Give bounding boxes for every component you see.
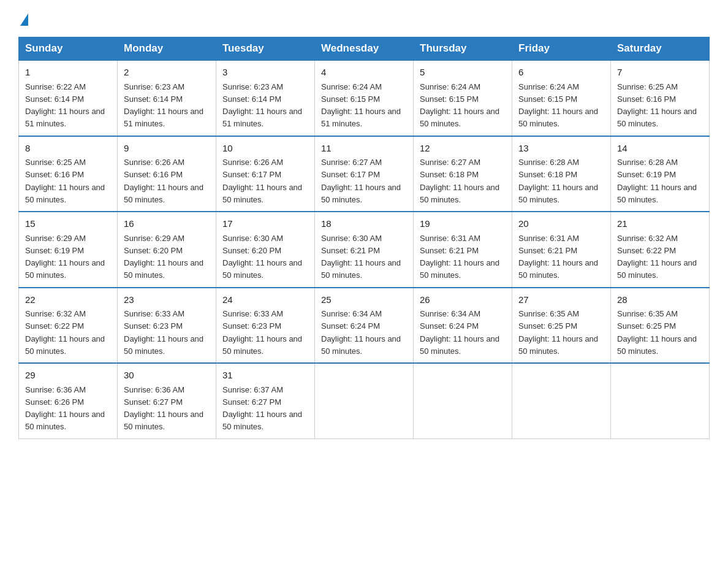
day-info: Sunrise: 6:27 AMSunset: 6:18 PMDaylight:… [420, 158, 499, 204]
logo [18, 12, 28, 26]
calendar-cell: 30Sunrise: 6:36 AMSunset: 6:27 PMDayligh… [118, 363, 216, 439]
calendar-cell: 5Sunrise: 6:24 AMSunset: 6:15 PMDaylight… [414, 60, 512, 136]
calendar-cell: 15Sunrise: 6:29 AMSunset: 6:19 PMDayligh… [19, 212, 118, 288]
week-row-2: 8Sunrise: 6:25 AMSunset: 6:16 PMDaylight… [19, 136, 710, 212]
day-number: 12 [420, 142, 506, 156]
calendar-cell: 28Sunrise: 6:35 AMSunset: 6:25 PMDayligh… [611, 288, 710, 364]
week-row-5: 29Sunrise: 6:36 AMSunset: 6:26 PMDayligh… [19, 363, 710, 439]
page-header [18, 12, 710, 26]
day-info: Sunrise: 6:35 AMSunset: 6:25 PMDaylight:… [518, 309, 598, 356]
calendar-cell: 25Sunrise: 6:34 AMSunset: 6:24 PMDayligh… [315, 288, 414, 364]
day-number: 24 [222, 293, 308, 307]
day-info: Sunrise: 6:29 AMSunset: 6:19 PMDaylight:… [25, 234, 105, 280]
day-number: 25 [321, 293, 407, 307]
calendar-cell: 14Sunrise: 6:28 AMSunset: 6:19 PMDayligh… [611, 136, 710, 212]
weekday-header-monday: Monday [118, 37, 216, 61]
day-info: Sunrise: 6:22 AMSunset: 6:14 PMDaylight:… [25, 82, 105, 129]
day-number: 1 [25, 66, 111, 80]
day-info: Sunrise: 6:24 AMSunset: 6:15 PMDaylight:… [518, 82, 598, 129]
day-info: Sunrise: 6:30 AMSunset: 6:21 PMDaylight:… [321, 234, 401, 280]
day-number: 14 [617, 142, 703, 156]
day-number: 8 [25, 142, 111, 156]
day-info: Sunrise: 6:26 AMSunset: 6:16 PMDaylight:… [124, 158, 203, 204]
day-number: 11 [321, 142, 407, 156]
day-number: 26 [420, 293, 506, 307]
calendar-cell: 11Sunrise: 6:27 AMSunset: 6:17 PMDayligh… [315, 136, 414, 212]
calendar-cell: 29Sunrise: 6:36 AMSunset: 6:26 PMDayligh… [19, 363, 118, 439]
day-number: 7 [617, 66, 703, 80]
day-info: Sunrise: 6:32 AMSunset: 6:22 PMDaylight:… [617, 234, 697, 280]
day-info: Sunrise: 6:25 AMSunset: 6:16 PMDaylight:… [617, 82, 697, 129]
calendar-cell [611, 363, 710, 439]
calendar-cell: 21Sunrise: 6:32 AMSunset: 6:22 PMDayligh… [611, 212, 710, 288]
calendar-cell: 12Sunrise: 6:27 AMSunset: 6:18 PMDayligh… [414, 136, 512, 212]
day-info: Sunrise: 6:28 AMSunset: 6:19 PMDaylight:… [617, 158, 697, 204]
calendar-cell: 22Sunrise: 6:32 AMSunset: 6:22 PMDayligh… [19, 288, 118, 364]
day-info: Sunrise: 6:27 AMSunset: 6:17 PMDaylight:… [321, 158, 401, 204]
day-number: 4 [321, 66, 407, 80]
weekday-header-sunday: Sunday [19, 37, 118, 61]
calendar-cell: 7Sunrise: 6:25 AMSunset: 6:16 PMDaylight… [611, 60, 710, 136]
week-row-4: 22Sunrise: 6:32 AMSunset: 6:22 PMDayligh… [19, 288, 710, 364]
day-info: Sunrise: 6:36 AMSunset: 6:27 PMDaylight:… [124, 385, 203, 432]
day-info: Sunrise: 6:35 AMSunset: 6:25 PMDaylight:… [617, 309, 697, 356]
day-number: 16 [124, 217, 210, 231]
day-number: 28 [617, 293, 703, 307]
day-info: Sunrise: 6:24 AMSunset: 6:15 PMDaylight:… [420, 82, 499, 129]
calendar-cell: 13Sunrise: 6:28 AMSunset: 6:18 PMDayligh… [512, 136, 611, 212]
calendar-cell: 10Sunrise: 6:26 AMSunset: 6:17 PMDayligh… [216, 136, 315, 212]
day-number: 3 [222, 66, 308, 80]
weekday-header-saturday: Saturday [611, 37, 710, 61]
day-info: Sunrise: 6:30 AMSunset: 6:20 PMDaylight:… [222, 234, 302, 280]
day-number: 22 [25, 293, 111, 307]
calendar-cell: 3Sunrise: 6:23 AMSunset: 6:14 PMDaylight… [216, 60, 315, 136]
calendar-cell: 20Sunrise: 6:31 AMSunset: 6:21 PMDayligh… [512, 212, 611, 288]
day-info: Sunrise: 6:34 AMSunset: 6:24 PMDaylight:… [420, 309, 499, 356]
day-number: 20 [518, 217, 604, 231]
day-number: 10 [222, 142, 308, 156]
calendar-cell: 17Sunrise: 6:30 AMSunset: 6:20 PMDayligh… [216, 212, 315, 288]
calendar-cell: 16Sunrise: 6:29 AMSunset: 6:20 PMDayligh… [118, 212, 216, 288]
weekday-header-wednesday: Wednesday [315, 37, 414, 61]
day-info: Sunrise: 6:23 AMSunset: 6:14 PMDaylight:… [222, 82, 302, 129]
day-number: 18 [321, 217, 407, 231]
day-number: 9 [124, 142, 210, 156]
calendar-cell [315, 363, 414, 439]
weekday-header-thursday: Thursday [414, 37, 512, 61]
day-number: 21 [617, 217, 703, 231]
calendar-cell: 6Sunrise: 6:24 AMSunset: 6:15 PMDaylight… [512, 60, 611, 136]
calendar-cell: 18Sunrise: 6:30 AMSunset: 6:21 PMDayligh… [315, 212, 414, 288]
weekday-header-tuesday: Tuesday [216, 37, 315, 61]
weekday-header-friday: Friday [512, 37, 611, 61]
calendar-cell: 19Sunrise: 6:31 AMSunset: 6:21 PMDayligh… [414, 212, 512, 288]
day-info: Sunrise: 6:36 AMSunset: 6:26 PMDaylight:… [25, 385, 105, 432]
calendar-cell: 26Sunrise: 6:34 AMSunset: 6:24 PMDayligh… [414, 288, 512, 364]
day-number: 15 [25, 217, 111, 231]
calendar-cell [414, 363, 512, 439]
day-info: Sunrise: 6:33 AMSunset: 6:23 PMDaylight:… [124, 309, 203, 356]
calendar-cell: 2Sunrise: 6:23 AMSunset: 6:14 PMDaylight… [118, 60, 216, 136]
day-info: Sunrise: 6:34 AMSunset: 6:24 PMDaylight:… [321, 309, 401, 356]
day-number: 17 [222, 217, 308, 231]
day-number: 2 [124, 66, 210, 80]
day-number: 27 [518, 293, 604, 307]
day-info: Sunrise: 6:23 AMSunset: 6:14 PMDaylight:… [124, 82, 203, 129]
weekday-header-row: SundayMondayTuesdayWednesdayThursdayFrid… [19, 37, 710, 61]
calendar-table: SundayMondayTuesdayWednesdayThursdayFrid… [18, 37, 710, 439]
day-info: Sunrise: 6:31 AMSunset: 6:21 PMDaylight:… [518, 234, 598, 280]
calendar-cell: 9Sunrise: 6:26 AMSunset: 6:16 PMDaylight… [118, 136, 216, 212]
day-number: 23 [124, 293, 210, 307]
calendar-cell: 23Sunrise: 6:33 AMSunset: 6:23 PMDayligh… [118, 288, 216, 364]
day-number: 19 [420, 217, 506, 231]
day-info: Sunrise: 6:26 AMSunset: 6:17 PMDaylight:… [222, 158, 302, 204]
week-row-1: 1Sunrise: 6:22 AMSunset: 6:14 PMDaylight… [19, 60, 710, 136]
logo-triangle-icon [20, 13, 28, 26]
calendar-cell [512, 363, 611, 439]
calendar-cell: 24Sunrise: 6:33 AMSunset: 6:23 PMDayligh… [216, 288, 315, 364]
day-number: 30 [124, 369, 210, 383]
day-info: Sunrise: 6:24 AMSunset: 6:15 PMDaylight:… [321, 82, 401, 129]
day-info: Sunrise: 6:25 AMSunset: 6:16 PMDaylight:… [25, 158, 105, 204]
calendar-cell: 27Sunrise: 6:35 AMSunset: 6:25 PMDayligh… [512, 288, 611, 364]
day-info: Sunrise: 6:28 AMSunset: 6:18 PMDaylight:… [518, 158, 598, 204]
calendar-cell: 4Sunrise: 6:24 AMSunset: 6:15 PMDaylight… [315, 60, 414, 136]
